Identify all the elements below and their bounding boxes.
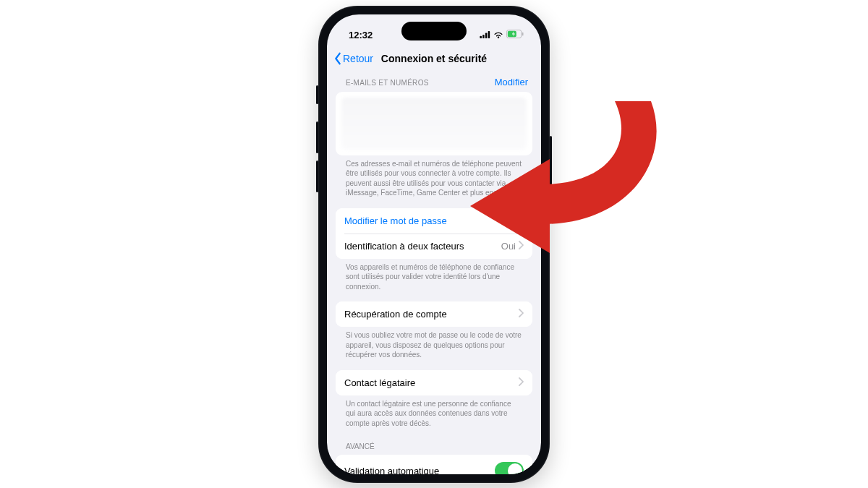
two-factor-label: Identification à deux facteurs bbox=[344, 241, 464, 252]
legacy-card: Contact légataire bbox=[336, 370, 532, 395]
dynamic-island bbox=[401, 22, 467, 40]
change-password-row[interactable]: Modifier le mot de passe bbox=[336, 208, 532, 234]
status-time: 12:32 bbox=[349, 30, 373, 40]
chevron-right-icon bbox=[519, 241, 524, 252]
svg-rect-6 bbox=[522, 33, 524, 36]
volume-up-button bbox=[316, 121, 318, 153]
account-recovery-label: Récupération de compte bbox=[344, 309, 447, 320]
settings-content: E-MAILS ET NUMÉROS Modifier Ces adresses… bbox=[327, 72, 541, 474]
two-factor-row[interactable]: Identification à deux facteurs Oui bbox=[336, 234, 532, 259]
chevron-left-icon bbox=[333, 52, 343, 65]
power-button bbox=[550, 136, 552, 187]
two-factor-footer: Vos appareils et numéros de téléphone de… bbox=[336, 259, 532, 292]
legacy-contact-label: Contact légataire bbox=[344, 377, 415, 388]
edit-emails-button[interactable]: Modifier bbox=[495, 77, 528, 87]
svg-rect-1 bbox=[482, 35, 485, 38]
change-password-label: Modifier le mot de passe bbox=[344, 215, 447, 226]
security-card: Modifier le mot de passe Identification … bbox=[336, 208, 532, 259]
emails-section-header: E-MAILS ET NUMÉROS Modifier bbox=[336, 72, 532, 92]
chevron-right-icon bbox=[519, 309, 524, 320]
wifi-icon bbox=[493, 30, 503, 40]
auto-validate-row: Validation automatique bbox=[336, 455, 532, 474]
svg-rect-5 bbox=[508, 31, 516, 37]
battery-charging-icon bbox=[506, 30, 524, 40]
legacy-footer: Un contact légataire est une personne de… bbox=[336, 395, 532, 429]
recovery-card: Récupération de compte bbox=[336, 301, 532, 327]
mute-switch bbox=[316, 85, 318, 104]
auto-validate-label: Validation automatique bbox=[344, 466, 439, 474]
nav-bar: Retour Connexion et sécurité bbox=[327, 48, 541, 72]
volume-down-button bbox=[316, 160, 318, 192]
advanced-section-label: AVANCÉ bbox=[336, 438, 532, 455]
phone-frame: 12:32 Retour Connexion et sécurité bbox=[318, 6, 550, 483]
advanced-card: Validation automatique bbox=[336, 455, 532, 474]
chevron-right-icon bbox=[519, 377, 524, 388]
screen: 12:32 Retour Connexion et sécurité bbox=[327, 14, 541, 474]
two-factor-value: Oui bbox=[501, 241, 516, 252]
recovery-footer: Si vous oubliez votre mot de passe ou le… bbox=[336, 327, 532, 360]
emails-footer: Ces adresses e-mail et numéros de téléph… bbox=[336, 155, 532, 198]
cell-signal-icon bbox=[480, 30, 490, 40]
legacy-contact-row[interactable]: Contact légataire bbox=[336, 370, 532, 395]
emails-section-label: E-MAILS ET NUMÉROS bbox=[346, 79, 429, 87]
arrow-body bbox=[542, 101, 657, 224]
svg-rect-0 bbox=[480, 36, 482, 38]
page-title: Connexion et sécurité bbox=[381, 53, 487, 64]
emails-list-redacted bbox=[336, 92, 532, 155]
svg-rect-3 bbox=[488, 31, 490, 38]
account-recovery-row[interactable]: Récupération de compte bbox=[336, 301, 532, 327]
svg-rect-2 bbox=[485, 33, 488, 39]
auto-validate-toggle[interactable] bbox=[495, 462, 524, 474]
back-button[interactable]: Retour bbox=[333, 52, 373, 65]
back-label: Retour bbox=[343, 53, 373, 64]
